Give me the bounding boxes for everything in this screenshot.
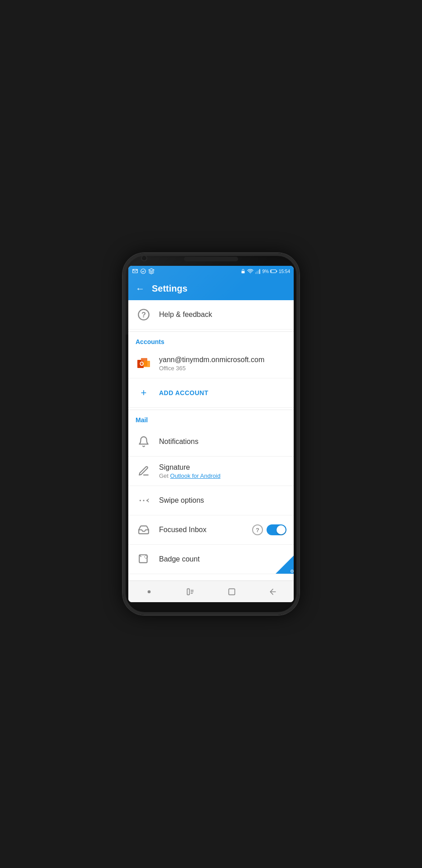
outlook-android-link[interactable]: Outlook for Android xyxy=(170,472,220,479)
camera-bar xyxy=(184,257,238,261)
svg-text:O: O xyxy=(140,361,144,367)
swipe-icon xyxy=(136,492,152,509)
accounts-section-header: Accounts xyxy=(128,331,294,349)
svg-rect-5 xyxy=(258,270,259,274)
focused-inbox-label: Focused Inbox xyxy=(159,526,252,534)
battery-percent: 9% xyxy=(263,269,269,274)
add-account-label: ADD ACCOUNT xyxy=(159,389,208,396)
add-account-item[interactable]: + ADD ACCOUNT xyxy=(128,378,294,408)
svg-rect-2 xyxy=(241,271,244,274)
toggle-knob xyxy=(277,525,286,534)
notification-icon-1 xyxy=(132,268,138,274)
settings-title: Settings xyxy=(152,283,188,294)
add-icon: + xyxy=(136,385,152,401)
lock-icon xyxy=(240,269,246,274)
status-left-icons xyxy=(132,268,155,274)
camera-dot xyxy=(141,255,147,261)
svg-rect-24 xyxy=(229,589,234,594)
svg-point-16 xyxy=(140,500,141,501)
inbox-icon xyxy=(136,522,152,538)
svg-rect-8 xyxy=(271,270,271,272)
office365-icon: O xyxy=(136,355,152,372)
settings-content: ? Help & feedback Accounts xyxy=(128,300,294,580)
recents-nav-button[interactable] xyxy=(179,581,201,603)
mail-section-header: Mail xyxy=(128,410,294,427)
notification-icon-3 xyxy=(148,268,155,274)
badge-count-text: Badge count xyxy=(159,555,286,563)
back-nav-button[interactable] xyxy=(262,581,284,603)
svg-rect-23 xyxy=(188,589,190,594)
signature-get-text: Get xyxy=(159,472,170,479)
back-button[interactable]: ← xyxy=(136,283,145,294)
svg-rect-3 xyxy=(255,272,256,274)
signal-icon xyxy=(255,268,261,274)
svg-rect-4 xyxy=(257,271,258,274)
status-bar: 9% 15:54 xyxy=(128,266,294,277)
focused-inbox-item[interactable]: Focused Inbox ? xyxy=(128,515,294,545)
focused-inbox-text: Focused Inbox xyxy=(159,526,252,534)
svg-point-22 xyxy=(147,590,150,593)
signature-subtitle: Get Outlook for Android xyxy=(159,472,286,479)
focused-inbox-toggle[interactable] xyxy=(267,524,286,535)
wifi-icon xyxy=(247,268,253,274)
svg-point-1 xyxy=(141,269,146,274)
help-feedback-text: Help & feedback xyxy=(159,311,286,319)
svg-point-17 xyxy=(143,500,144,501)
swipe-options-item[interactable]: Swipe options xyxy=(128,486,294,515)
svg-rect-14 xyxy=(144,361,150,367)
svg-text:?: ? xyxy=(141,311,146,319)
account-item[interactable]: O yann@tinymdm.onmicrosoft.com Office 36… xyxy=(128,349,294,378)
account-text: yann@tinymdm.onmicrosoft.com Office 365 xyxy=(159,356,286,372)
notifications-label: Notifications xyxy=(159,438,286,446)
signature-item[interactable]: Signature Get Outlook for Android xyxy=(128,457,294,486)
help-feedback-item[interactable]: ? Help & feedback xyxy=(128,300,294,330)
account-email: yann@tinymdm.onmicrosoft.com xyxy=(159,356,286,364)
nav-bar xyxy=(128,580,294,602)
home-nav-button[interactable] xyxy=(138,581,160,603)
focused-inbox-toggle-container: ? xyxy=(252,524,286,535)
badge-icon xyxy=(136,551,152,567)
notification-icon-2 xyxy=(140,268,146,274)
help-circle-icon: ? xyxy=(136,307,152,323)
focused-inbox-help-icon[interactable]: ? xyxy=(252,524,263,535)
app-bar: ← Settings xyxy=(128,277,294,300)
account-type: Office 365 xyxy=(159,365,286,372)
battery-icon xyxy=(270,269,277,274)
signature-label: Signature xyxy=(159,463,286,472)
volume-button xyxy=(299,375,299,398)
bell-icon xyxy=(136,434,152,450)
svg-text:⚙: ⚙ xyxy=(290,569,294,574)
badge-count-item[interactable]: Badge count ⚙ xyxy=(128,545,294,574)
signature-text: Signature Get Outlook for Android xyxy=(159,463,286,479)
notifications-item[interactable]: Notifications xyxy=(128,427,294,457)
help-feedback-label: Help & feedback xyxy=(159,311,286,319)
phone-device: 9% 15:54 ← Settings ? xyxy=(123,253,299,615)
swipe-options-label: Swipe options xyxy=(159,496,286,505)
badge-count-label: Badge count xyxy=(159,555,286,563)
notifications-text: Notifications xyxy=(159,438,286,446)
svg-rect-6 xyxy=(259,269,260,274)
phone-screen: 9% 15:54 ← Settings ? xyxy=(128,266,294,602)
pen-icon xyxy=(136,463,152,479)
svg-rect-9 xyxy=(277,271,277,272)
power-button xyxy=(299,344,299,366)
overview-nav-button[interactable] xyxy=(221,581,243,603)
status-time: 15:54 xyxy=(279,269,290,274)
swipe-options-text: Swipe options xyxy=(159,496,286,505)
status-right: 9% 15:54 xyxy=(240,268,290,274)
